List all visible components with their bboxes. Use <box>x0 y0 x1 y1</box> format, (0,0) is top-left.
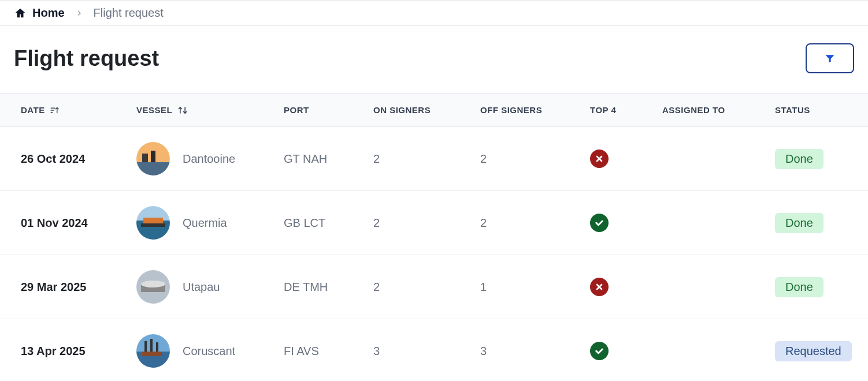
svg-rect-8 <box>142 154 148 162</box>
status-badge: Done <box>775 149 824 169</box>
vessel-name: Coruscant <box>183 345 235 358</box>
vessel-name: Utapau <box>183 281 220 294</box>
cell-port: FI AVS <box>284 345 373 358</box>
cell-off-signers: 1 <box>480 281 590 294</box>
svg-rect-21 <box>136 334 170 352</box>
flight-request-table: DATE VESSEL PORT ON SIGNERS OFF SIGNERS … <box>0 93 868 381</box>
cell-top4 <box>590 342 662 360</box>
svg-rect-7 <box>136 162 170 175</box>
cell-vessel: Coruscant <box>136 334 284 368</box>
cell-vessel: Utapau <box>136 270 284 304</box>
page-header: Flight request <box>0 26 868 93</box>
cell-status: Done <box>775 213 868 233</box>
cell-status: Requested <box>775 341 868 361</box>
top4-badge <box>590 214 609 232</box>
cell-status: Done <box>775 149 868 169</box>
cell-off-signers: 2 <box>480 152 590 166</box>
cell-on-signers: 2 <box>373 216 480 230</box>
breadcrumb-home-link[interactable]: Home <box>14 6 65 20</box>
breadcrumb-current: Flight request <box>94 6 164 20</box>
vessel-name: Quermia <box>183 216 227 230</box>
svg-rect-9 <box>151 151 155 162</box>
vessel-avatar <box>136 270 170 304</box>
status-badge: Done <box>775 277 824 297</box>
cell-date: 26 Oct 2024 <box>21 152 136 166</box>
check-icon <box>594 346 604 356</box>
cell-date: 01 Nov 2024 <box>21 216 136 230</box>
cell-date: 29 Mar 2025 <box>21 281 136 294</box>
vessel-avatar <box>136 334 170 368</box>
filter-icon <box>824 53 836 64</box>
svg-rect-26 <box>142 352 162 356</box>
svg-rect-14 <box>143 218 163 223</box>
svg-rect-15 <box>141 223 165 227</box>
page-title: Flight request <box>14 46 159 71</box>
column-label: OFF SIGNERS <box>480 105 542 115</box>
column-label: ASSIGNED TO <box>662 105 725 115</box>
cell-top4 <box>590 150 662 168</box>
column-header-assigned-to[interactable]: ASSIGNED TO <box>662 105 775 115</box>
cell-top4 <box>590 278 662 296</box>
column-label: STATUS <box>775 105 810 115</box>
status-badge: Done <box>775 213 824 233</box>
column-label: VESSEL <box>136 105 172 115</box>
vessel-avatar <box>136 206 170 240</box>
cell-off-signers: 3 <box>480 345 590 358</box>
column-header-status[interactable]: STATUS <box>775 105 868 115</box>
column-header-top4[interactable]: TOP 4 <box>590 105 662 115</box>
chevron-right-icon <box>75 9 83 17</box>
vessel-avatar <box>136 142 170 175</box>
vessel-name: Dantooine <box>183 152 235 166</box>
column-header-date[interactable]: DATE <box>21 105 136 115</box>
column-header-on-signers[interactable]: ON SIGNERS <box>373 105 480 115</box>
cell-port: DE TMH <box>284 281 373 294</box>
column-label: ON SIGNERS <box>373 105 431 115</box>
check-icon <box>594 218 604 228</box>
column-label: TOP 4 <box>590 105 616 115</box>
home-icon <box>14 7 27 20</box>
filter-button[interactable] <box>806 43 854 73</box>
cell-date: 13 Apr 2025 <box>21 345 136 358</box>
cell-port: GB LCT <box>284 216 373 230</box>
top4-badge <box>590 150 609 168</box>
cell-status: Done <box>775 277 868 297</box>
cell-off-signers: 2 <box>480 216 590 230</box>
table-header: DATE VESSEL PORT ON SIGNERS OFF SIGNERS … <box>0 94 868 127</box>
cell-on-signers: 2 <box>373 281 480 294</box>
top4-badge <box>590 342 609 360</box>
cell-vessel: Quermia <box>136 206 284 240</box>
status-badge: Requested <box>775 341 852 361</box>
cross-icon <box>595 282 604 292</box>
breadcrumb: Home Flight request <box>0 1 868 25</box>
top4-badge <box>590 278 609 296</box>
svg-point-18 <box>141 281 165 287</box>
cell-vessel: Dantooine <box>136 142 284 175</box>
table-row[interactable]: 13 Apr 2025CoruscantFI AVS33Requested <box>0 319 868 381</box>
column-label: PORT <box>284 105 309 115</box>
table-row[interactable]: 29 Mar 2025UtapauDE TMH21Done <box>0 255 868 319</box>
cell-top4 <box>590 214 662 232</box>
table-row[interactable]: 01 Nov 2024QuermiaGB LCT22Done <box>0 191 868 255</box>
table-row[interactable]: 26 Oct 2024DantooineGT NAH22Done <box>0 127 868 191</box>
cell-port: GT NAH <box>284 152 373 166</box>
cell-on-signers: 2 <box>373 152 480 166</box>
column-header-off-signers[interactable]: OFF SIGNERS <box>480 105 590 115</box>
sort-both-icon <box>177 106 188 115</box>
column-header-vessel[interactable]: VESSEL <box>136 105 284 115</box>
sort-asc-icon <box>50 106 60 114</box>
column-label: DATE <box>21 105 45 115</box>
cell-on-signers: 3 <box>373 345 480 358</box>
cross-icon <box>595 154 604 163</box>
column-header-port[interactable]: PORT <box>284 105 373 115</box>
breadcrumb-home-label: Home <box>32 6 65 20</box>
